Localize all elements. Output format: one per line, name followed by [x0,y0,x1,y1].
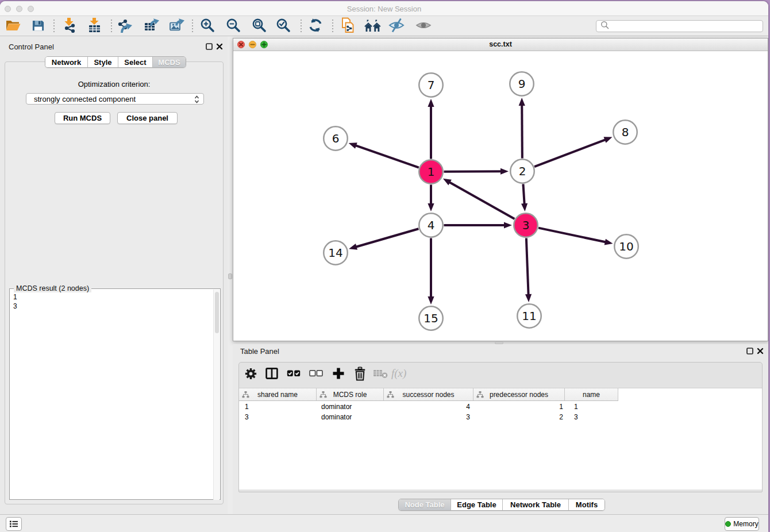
table-panel-title: Table Panel [240,347,279,356]
search-icon [600,21,609,32]
eye-slash-icon [388,18,405,35]
first-neighbors-button[interactable] [365,18,381,34]
deselect-all-button[interactable] [308,367,324,383]
frame-close-button[interactable] [237,41,245,48]
table-cell[interactable]: dominator [317,412,384,422]
control-panel-title: Control Panel [9,43,54,51]
edge-1-6[interactable] [355,145,419,168]
frame-maximize-button[interactable] [260,41,268,48]
table-tab-node-table[interactable]: Node Table [399,499,451,510]
node-label-8: 8 [622,125,629,139]
edge-arrowhead [428,296,434,304]
toolbar-separator [301,20,302,33]
edge-arrowhead [500,168,509,175]
table-cell[interactable]: dominator [317,402,384,412]
node-label-7: 7 [428,78,435,92]
delete-column-button[interactable] [352,367,368,383]
zoom-in-button[interactable] [199,18,215,34]
edge-3-1[interactable] [449,182,514,219]
import-network-from-file-button[interactable] [61,18,78,34]
memory-button[interactable]: Memory [725,517,759,531]
search-input[interactable] [612,21,763,31]
table-cell[interactable]: 3 [565,412,618,422]
table-row[interactable]: 1dominator411 [239,402,762,412]
tab-mcds[interactable]: MCDS [152,57,186,67]
node-label-4: 4 [428,218,435,232]
table-tab-motifs[interactable]: Motifs [568,499,605,510]
save-icon [32,19,45,34]
select-all-button[interactable] [286,367,302,383]
table-panel-close-button[interactable] [756,347,764,354]
task-history-button[interactable] [6,517,22,531]
edge-2-8[interactable] [534,140,606,167]
table-panel-float-button[interactable] [746,347,753,354]
column-header-name[interactable]: name [565,388,618,400]
import-table-from-file-button[interactable] [86,18,102,34]
result-scrollbar[interactable] [213,290,220,500]
frame-minimize-button[interactable] [249,41,256,48]
zoom-out-button[interactable] [225,18,241,34]
vertical-splitter-handle[interactable] [228,273,232,279]
show-all-button[interactable] [415,18,432,34]
column-header-successor-nodes[interactable]: successor nodes [384,388,473,400]
edge-3-11[interactable] [526,238,529,295]
export-image-button[interactable] [169,18,185,34]
table-cell[interactable]: 3 [239,412,317,422]
split-view-button[interactable] [264,367,280,383]
save-session-button[interactable] [30,18,46,34]
table-cell[interactable]: 1 [239,402,317,412]
clone-network-button[interactable] [340,18,356,34]
network-canvas[interactable]: 7968124314101511 [233,51,768,341]
zoom-out-icon [226,18,241,35]
node-label-3: 3 [522,218,530,232]
export-table-button[interactable] [144,18,160,34]
houses-icon [364,18,382,35]
open-session-button[interactable] [5,18,21,34]
table-header-row: shared nameMCDS rolesuccessor nodesprede… [239,388,618,401]
table-cell[interactable]: 1 [473,402,565,412]
run-mcds-button[interactable]: Run MCDS [55,112,110,124]
tab-select[interactable]: Select [118,57,152,67]
table-row[interactable]: 3dominator323 [239,412,762,422]
plus-icon [332,367,345,382]
edge-3-10[interactable] [538,228,606,242]
column-header-shared-name[interactable]: shared name [239,388,317,400]
network-frame-titlebar[interactable]: scc.txt [233,38,768,51]
checked-boxes-icon [287,369,301,380]
export-network-button[interactable] [117,18,133,34]
edge-2-3[interactable] [523,184,524,205]
table-cell[interactable]: 3 [384,412,473,422]
tab-network[interactable]: Network [45,57,87,67]
create-column-button[interactable] [330,367,346,383]
svg-text:f(x): f(x) [391,367,406,380]
edge-arrowhead [525,294,532,302]
shared-column-icon [242,391,249,400]
toolbar-separator [192,20,193,33]
table-settings-button[interactable] [242,367,259,383]
control-panel-float-button[interactable] [205,43,213,50]
column-header-predecessor-nodes[interactable]: predecessor nodes [473,388,565,400]
table-cell[interactable]: 1 [565,402,618,412]
edge-2-9[interactable] [522,105,522,159]
network-frame-title: scc.txt [233,38,768,51]
edge-arrowhead [428,99,434,107]
criterion-dropdown[interactable]: strongly connected component [26,93,204,105]
zoom-selected-button[interactable] [275,18,291,34]
column-header-mcds-role[interactable]: MCDS role [317,388,384,400]
table-tab-network-table[interactable]: Network Table [502,499,568,510]
network-view-frame: scc.txt 7968124314101511 [233,38,768,341]
tab-style[interactable]: Style [87,57,118,67]
close-panel-button[interactable]: Close panel [117,112,178,124]
mcds-result-text[interactable]: 1 3 [13,292,17,311]
mcds-tab-content: Optimization criterion: strongly connect… [5,61,224,504]
mcds-result-title: MCDS result (2 nodes) [14,284,91,292]
control-panel-close-button[interactable] [215,43,223,50]
apply-layout-button[interactable] [307,18,324,34]
table-cell[interactable]: 2 [473,412,565,422]
fit-content-button[interactable] [251,18,267,34]
edge-4-14[interactable] [356,229,419,247]
hide-selected-button[interactable] [388,18,405,34]
table-tab-edge-table[interactable]: Edge Table [451,499,502,510]
edge-1-2[interactable] [444,171,502,172]
table-cell[interactable]: 4 [384,402,473,412]
